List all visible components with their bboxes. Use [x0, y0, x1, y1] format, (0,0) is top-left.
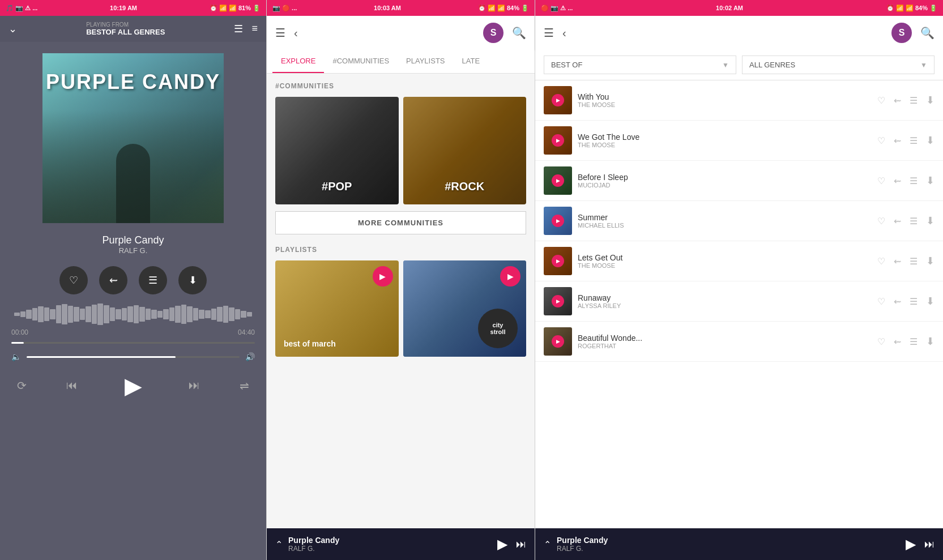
queue-icon[interactable]: ☰: [910, 95, 918, 106]
playlist-card-1[interactable]: ▶ best of march: [275, 260, 399, 357]
more-communities-button[interactable]: MORE COMMUNITIES: [275, 211, 526, 234]
hamburger-icon[interactable]: ☰: [275, 26, 285, 40]
tab-latest[interactable]: LATE: [454, 50, 489, 73]
song-thumb-play-icon[interactable]: ▶: [552, 134, 564, 147]
status-right-3: ⏰ 📶 📶 84% 🔋: [886, 5, 937, 12]
avatar-3[interactable]: S: [891, 23, 912, 43]
download-button[interactable]: ⬇: [178, 266, 207, 294]
share-icon[interactable]: ⇜: [894, 336, 901, 347]
song-thumb-play-icon[interactable]: ▶: [552, 295, 564, 307]
song-thumb-play-icon[interactable]: ▶: [552, 335, 564, 348]
play-pause-button[interactable]: ▶: [118, 370, 149, 401]
chevron-down-icon[interactable]: ⌄: [8, 23, 17, 35]
mini-chevron-icon-3[interactable]: ⌃: [544, 539, 551, 550]
player-song-title: Purple Candy: [6, 234, 261, 246]
menu-icon[interactable]: ≡: [251, 23, 258, 35]
song-thumb-play-icon[interactable]: ▶: [552, 174, 564, 187]
playlist-2-play-icon[interactable]: ▶: [500, 266, 520, 287]
queue-icon[interactable]: ☰: [910, 256, 918, 267]
download-icon[interactable]: ⬇: [926, 255, 935, 267]
filter-dropdown-2[interactable]: ALL GENRES ▼: [742, 55, 935, 74]
volume-progress: [27, 356, 176, 358]
like-icon[interactable]: ♡: [877, 296, 885, 307]
queue-icon[interactable]: ☰: [910, 296, 918, 307]
song-item[interactable]: ▶ Beautiful Wonde... ROGERTHAT ♡ ⇜ ☰ ⬇: [535, 322, 943, 362]
community-card-rock[interactable]: #ROCK: [403, 97, 527, 204]
queue-icon[interactable]: ☰: [234, 23, 243, 35]
song-item[interactable]: ▶ With You THE MOOSE ♡ ⇜ ☰ ⬇: [535, 80, 943, 121]
mini-player-3[interactable]: ⌃ Purple Candy RALF G. ▶ ⏭: [535, 528, 943, 560]
download-icon[interactable]: ⬇: [926, 134, 935, 147]
share-icon[interactable]: ⇜: [894, 95, 901, 106]
download-icon[interactable]: ⬇: [926, 295, 935, 307]
song-item[interactable]: ▶ Summer MICHAEL ELLIS ♡ ⇜ ☰ ⬇: [535, 201, 943, 241]
playing-from-label: PLAYING FROM: [86, 22, 165, 28]
like-icon[interactable]: ♡: [877, 135, 885, 146]
song-thumb-play-icon[interactable]: ▶: [552, 215, 564, 227]
tabs-bar: EXPLORE #COMMUNITIES PLAYLISTS LATE: [267, 50, 535, 74]
like-icon[interactable]: ♡: [877, 95, 885, 106]
share-icon[interactable]: ⇜: [894, 135, 901, 146]
tab-playlists[interactable]: PLAYLISTS: [398, 50, 453, 73]
mini-play-button-3[interactable]: ▶: [906, 536, 916, 552]
filter-1-label: BEST OF: [551, 61, 582, 69]
prev-icon[interactable]: ⏮: [66, 379, 78, 392]
avatar[interactable]: S: [483, 23, 503, 43]
communities-grid: #POP #ROCK: [275, 97, 526, 204]
next-icon[interactable]: ⏭: [189, 379, 200, 392]
time-current: 00:00: [11, 328, 28, 336]
song-thumb-play-icon[interactable]: ▶: [552, 255, 564, 267]
filter-2-label: ALL GENRES: [749, 61, 795, 69]
download-icon[interactable]: ⬇: [926, 94, 935, 106]
queue-icon[interactable]: ☰: [910, 176, 918, 186]
like-button[interactable]: ♡: [59, 266, 88, 294]
share-button[interactable]: ⇜: [99, 266, 127, 294]
volume-low-icon: 🔈: [11, 352, 21, 361]
hamburger-icon-3[interactable]: ☰: [544, 26, 554, 40]
song-details: Runaway ALYSSA RILEY: [578, 293, 872, 309]
song-list-panel: 🔴 📷 ⚠ ... 10:02 AM ⏰ 📶 📶 84% 🔋 ☰ ‹ S 🔍 B…: [535, 0, 943, 560]
queue-icon[interactable]: ☰: [910, 336, 918, 347]
tab-explore[interactable]: EXPLORE: [272, 50, 324, 73]
download-icon[interactable]: ⬇: [926, 335, 935, 348]
song-item[interactable]: ▶ Lets Get Out THE MOOSE ♡ ⇜ ☰ ⬇: [535, 241, 943, 281]
share-icon[interactable]: ⇜: [894, 216, 901, 226]
filter-dropdown-1[interactable]: BEST OF ▼: [544, 55, 736, 74]
repeat-icon[interactable]: ⟳: [17, 379, 27, 392]
like-icon[interactable]: ♡: [877, 216, 885, 226]
seek-bar[interactable]: [11, 342, 255, 344]
like-icon[interactable]: ♡: [877, 176, 885, 186]
mini-play-button-2[interactable]: ▶: [497, 536, 507, 552]
download-icon[interactable]: ⬇: [926, 215, 935, 227]
back-icon-3[interactable]: ‹: [562, 27, 566, 40]
header-icons: ☰ ≡: [234, 23, 258, 35]
search-icon-3[interactable]: 🔍: [920, 26, 935, 40]
community-card-pop[interactable]: #POP: [275, 97, 399, 204]
song-item[interactable]: ▶ We Got The Love THE MOOSE ♡ ⇜ ☰ ⬇: [535, 121, 943, 161]
like-icon[interactable]: ♡: [877, 256, 885, 267]
mini-player-2[interactable]: ⌃ Purple Candy RALF G. ▶ ⏭: [267, 528, 535, 560]
like-icon[interactable]: ♡: [877, 336, 885, 347]
status-time-1: 10:19 AM: [110, 5, 137, 11]
playlist-card-2[interactable]: ▶ city stroll: [403, 260, 527, 357]
shuffle-icon[interactable]: ⇌: [240, 379, 249, 392]
share-icon[interactable]: ⇜: [894, 296, 901, 307]
mini-next-button-3[interactable]: ⏭: [924, 538, 935, 550]
tab-communities[interactable]: #COMMUNITIES: [324, 50, 398, 73]
song-item[interactable]: ▶ Runaway ALYSSA RILEY ♡ ⇜ ☰ ⬇: [535, 281, 943, 322]
share-icon[interactable]: ⇜: [894, 256, 901, 267]
song-thumb: ▶: [544, 86, 572, 114]
back-icon[interactable]: ‹: [294, 27, 298, 40]
mini-next-button-2[interactable]: ⏭: [516, 538, 526, 550]
playlist-1-play-icon[interactable]: ▶: [373, 266, 393, 287]
mini-chevron-icon[interactable]: ⌃: [275, 539, 283, 550]
volume-bar[interactable]: [27, 356, 240, 358]
search-icon[interactable]: 🔍: [512, 26, 526, 40]
song-thumb-play-icon[interactable]: ▶: [552, 94, 564, 106]
share-icon[interactable]: ⇜: [894, 176, 901, 186]
queue-icon[interactable]: ☰: [910, 135, 918, 146]
song-item[interactable]: ▶ Before I Sleep MUCIOJAD ♡ ⇜ ☰ ⬇: [535, 161, 943, 201]
queue-icon[interactable]: ☰: [910, 216, 918, 226]
download-icon[interactable]: ⬇: [926, 174, 935, 187]
playlist-button[interactable]: ☰: [139, 266, 167, 294]
